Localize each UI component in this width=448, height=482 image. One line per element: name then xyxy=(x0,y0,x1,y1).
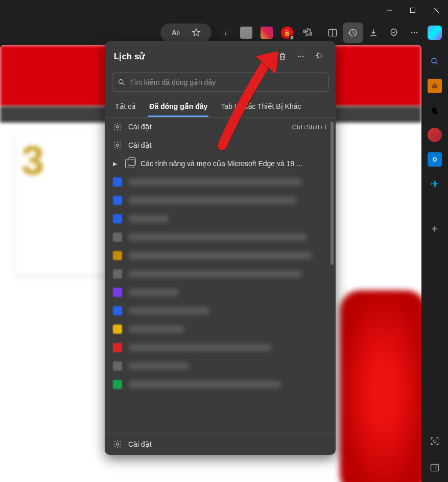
history-panel-title: Lịch sử xyxy=(114,51,273,62)
row-shortcut: Ctrl+Shift+T xyxy=(292,123,327,131)
history-row-blurred xyxy=(105,320,336,338)
sidebar-games-icon[interactable]: ♞ xyxy=(428,103,442,118)
sidebar-send-icon[interactable]: ✈ xyxy=(428,177,442,191)
history-row-blurred xyxy=(105,265,336,283)
gear-icon xyxy=(113,141,122,150)
history-row-blurred xyxy=(105,375,336,394)
row-label: Cài đặt xyxy=(128,141,327,149)
svg-point-15 xyxy=(116,144,119,147)
gear-icon xyxy=(113,122,122,131)
svg-point-5 xyxy=(416,32,418,34)
extensions-button[interactable] xyxy=(297,22,318,43)
history-row-blurred xyxy=(105,338,336,357)
history-footer: Cài đặt xyxy=(105,433,336,455)
read-aloud-button[interactable]: A)) xyxy=(166,22,186,43)
svg-point-4 xyxy=(414,32,415,34)
sidebar-add-button[interactable]: + xyxy=(428,222,442,236)
history-button[interactable] xyxy=(343,22,363,43)
history-scrollbar[interactable] xyxy=(331,122,334,265)
history-row-group[interactable]: ▶ Các tính năng và mẹo của Microsoft Edg… xyxy=(105,154,336,173)
history-row-blurred xyxy=(105,173,336,191)
close-button[interactable] xyxy=(425,0,448,20)
tab-other-devices[interactable]: Tab từ Các Thiết Bị Khác xyxy=(220,98,302,117)
svg-rect-7 xyxy=(432,85,438,88)
tab-all[interactable]: Tất cả xyxy=(114,98,137,117)
history-row-blurred xyxy=(105,302,336,320)
performance-button[interactable] xyxy=(384,22,404,43)
history-list: Cài đặt Ctrl+Shift+T Cài đặt ▶ Các tính … xyxy=(105,118,336,433)
history-panel: Lịch sử Tất cả Đã đóng gần đây Tab từ Cá… xyxy=(105,41,336,455)
window-titlebar xyxy=(0,0,448,20)
svg-point-14 xyxy=(116,126,119,128)
chevron-right-icon: ▶ xyxy=(113,160,119,167)
delete-history-button[interactable] xyxy=(273,47,292,65)
svg-point-6 xyxy=(432,58,436,63)
svg-point-10 xyxy=(298,56,299,57)
sidebar-settings-icon[interactable] xyxy=(428,461,442,475)
svg-rect-8 xyxy=(434,440,436,443)
search-icon xyxy=(117,78,126,86)
svg-rect-0 xyxy=(411,8,415,13)
maximize-button[interactable] xyxy=(401,0,425,20)
address-actions-group: A)) xyxy=(160,24,211,42)
svg-point-12 xyxy=(302,56,303,57)
history-row-blurred xyxy=(105,283,336,302)
svg-point-13 xyxy=(119,80,123,84)
extension-adblock-icon[interactable]: 🔒5 xyxy=(277,22,297,43)
svg-point-11 xyxy=(300,56,301,57)
extension-profile-icon[interactable] xyxy=(236,22,256,43)
history-row-settings[interactable]: Cài đặt xyxy=(105,136,336,154)
pin-history-button[interactable] xyxy=(310,47,328,65)
svg-rect-9 xyxy=(431,464,439,471)
history-panel-header: Lịch sử xyxy=(105,41,336,70)
history-row-blurred xyxy=(105,228,336,246)
copilot-button[interactable] xyxy=(425,22,445,43)
svg-point-3 xyxy=(411,32,413,34)
edge-sidebar: ♞ O ✈ + xyxy=(421,45,448,482)
history-tabs: Tất cả Đã đóng gần đây Tab từ Các Thiết … xyxy=(105,96,336,118)
sidebar-search-icon[interactable] xyxy=(428,54,442,68)
history-search-box[interactable] xyxy=(112,73,328,92)
history-row-blurred xyxy=(105,210,336,228)
history-search-input[interactable] xyxy=(130,78,323,86)
history-row-blurred xyxy=(105,246,336,265)
extension-instagram-icon[interactable] xyxy=(256,22,277,43)
minimize-button[interactable] xyxy=(378,0,401,20)
downloads-button[interactable] xyxy=(363,22,384,43)
split-screen-button[interactable] xyxy=(322,22,343,43)
sidebar-outlook-icon[interactable]: O xyxy=(428,152,442,167)
history-footer-settings[interactable]: Cài đặt xyxy=(105,433,336,455)
row-label: Cài đặt xyxy=(128,123,286,131)
sidebar-tools-icon[interactable] xyxy=(428,79,442,93)
extension-download-icon[interactable]: ↓ xyxy=(216,22,236,43)
history-row-blurred xyxy=(105,357,336,375)
history-more-button[interactable] xyxy=(292,47,310,65)
menu-button[interactable] xyxy=(404,22,425,43)
toolbar-divider xyxy=(320,28,320,38)
pages-icon xyxy=(125,159,134,168)
adblock-badge: 5 xyxy=(289,35,294,40)
svg-point-16 xyxy=(116,443,119,446)
gear-icon xyxy=(113,440,122,449)
tab-recently-closed[interactable]: Đã đóng gần đây xyxy=(148,98,208,117)
sidebar-office-icon[interactable] xyxy=(428,128,442,142)
row-label: Cài đặt xyxy=(128,440,327,448)
row-label: Các tính năng và mẹo của Microsoft Edge … xyxy=(140,159,327,168)
favorite-button[interactable] xyxy=(186,22,206,43)
history-row-settings[interactable]: Cài đặt Ctrl+Shift+T xyxy=(105,118,336,136)
sidebar-screenshot-icon[interactable] xyxy=(428,434,442,448)
history-row-blurred xyxy=(105,191,336,210)
